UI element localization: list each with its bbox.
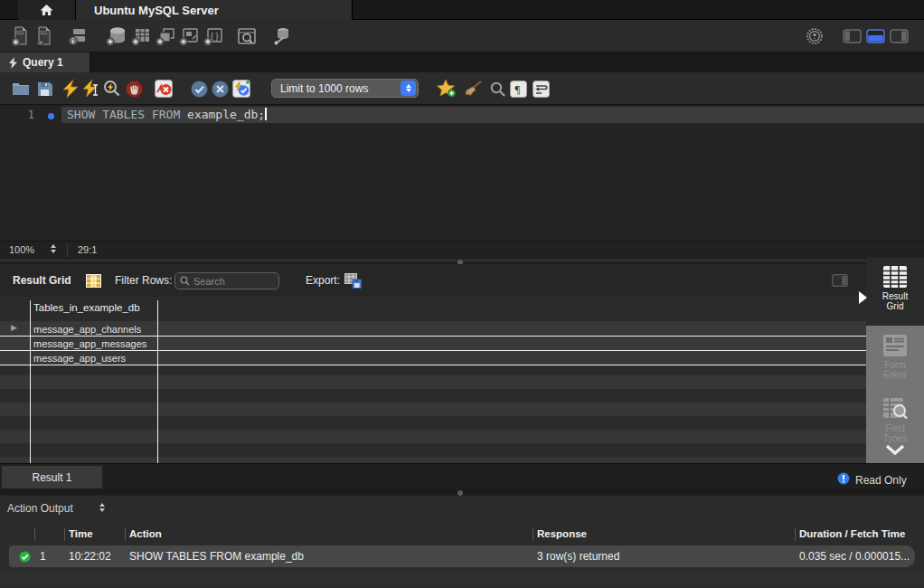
action-output-row[interactable]: 1 10:22:02 SHOW TABLES FROM example_db 3…: [9, 545, 915, 567]
grid-header-row[interactable]: Tables_in_example_db: [0, 297, 866, 321]
main-toolbar: SQL SQL i { }: [0, 20, 924, 52]
search-icon: [180, 276, 190, 286]
col-time: Time: [69, 528, 93, 539]
toggle-sidebar-icon[interactable]: [832, 264, 848, 297]
action-output-title: Action Output: [7, 502, 73, 515]
search-table-data-icon[interactable]: [235, 24, 259, 48]
editor-result-splitter[interactable]: [0, 258, 924, 263]
filter-search-input[interactable]: [193, 276, 271, 287]
col-action: Action: [129, 528, 162, 539]
success-check-icon: [19, 551, 31, 563]
row-duration: 0.035 sec / 0.000015...: [799, 550, 910, 563]
sidebar-collapse-chevron[interactable]: [866, 444, 924, 455]
query-tab-bar: Query 1: [0, 52, 924, 72]
tab-result-1[interactable]: Result 1: [2, 466, 102, 488]
tab-result-1-label: Result 1: [32, 471, 71, 484]
explain-icon[interactable]: [102, 79, 122, 99]
field-types-icon: [882, 397, 908, 421]
sidebar-item-label: Form Editor: [874, 360, 916, 380]
show-invisibles-icon[interactable]: ¶: [508, 79, 528, 99]
find-icon[interactable]: [487, 79, 507, 99]
grid-body: ▶ message_app_channels message_app_messa…: [0, 321, 866, 463]
execute-current-icon[interactable]: [81, 79, 101, 99]
toggle-right-panel-icon[interactable]: [887, 24, 910, 48]
grid-cell: message_app_users: [33, 353, 126, 364]
action-output-header-row: Time Action Response Duration / Fetch Ti…: [0, 526, 924, 544]
grid-row-1[interactable]: ▶ message_app_channels: [0, 322, 866, 337]
toggle-autocommit-icon[interactable]: [231, 79, 251, 99]
title-bar: Ubuntu MySQL Server: [0, 0, 924, 20]
server-inspector-icon[interactable]: i: [66, 24, 90, 48]
current-row-marker-icon: ▶: [11, 323, 17, 332]
grid-row-2[interactable]: message_app_messages: [0, 337, 866, 351]
toggle-left-panel-icon[interactable]: [840, 24, 863, 48]
filter-search-box[interactable]: [174, 272, 279, 289]
save-script-icon[interactable]: [34, 79, 54, 99]
grid-cell: message_app_channels: [33, 324, 141, 335]
sidebar-item-form-editor[interactable]: Form Editor: [866, 328, 924, 394]
row-index: 1: [40, 550, 46, 563]
badge-icon[interactable]: [803, 24, 826, 48]
execute-icon[interactable]: [61, 79, 80, 99]
sql-statement: SHOW TABLES FROM example_db;: [67, 108, 267, 121]
svg-text:{ }: { }: [211, 32, 219, 41]
info-icon: [837, 472, 850, 485]
result-grid-table: Tables_in_example_db ▶ message_app_chann…: [0, 297, 866, 463]
limit-rows-select[interactable]: Limit to 1000 rows: [271, 79, 419, 98]
sql-editor[interactable]: 1 SHOW TABLES FROM example_db;: [0, 105, 924, 241]
grid-column-divider: [157, 300, 158, 463]
sidebar-item-result-grid[interactable]: Result Grid: [866, 258, 924, 326]
connection-tab[interactable]: Ubuntu MySQL Server: [76, 0, 353, 20]
text-caret: [265, 108, 267, 120]
grid-row-3[interactable]: message_app_users: [0, 351, 866, 365]
home-tab[interactable]: [18, 0, 76, 20]
toggle-wrap-icon[interactable]: [531, 79, 551, 99]
create-schema-icon[interactable]: [105, 24, 128, 48]
result-sidebar: Result Grid Form Editor Field Types: [866, 258, 924, 463]
result-grid-colored-icon[interactable]: [86, 264, 101, 297]
grid-cell: message_app_messages: [33, 338, 146, 349]
create-procedure-icon[interactable]: [177, 24, 201, 48]
statement-marker-icon: [48, 113, 54, 119]
output-selector-stepper-icon[interactable]: [99, 503, 105, 512]
col-duration: Duration / Fetch Time: [799, 528, 905, 539]
zoom-stepper-icon[interactable]: [51, 244, 56, 253]
create-view-icon[interactable]: [154, 24, 177, 48]
save-snippet-icon[interactable]: [437, 79, 457, 99]
mysql-workbench-window: Ubuntu MySQL Server SQL SQL i { }: [0, 0, 924, 588]
stop-icon[interactable]: [124, 79, 144, 99]
rollback-icon[interactable]: [210, 79, 230, 99]
open-script-icon[interactable]: [11, 79, 31, 99]
toggle-stop-on-error-icon[interactable]: [154, 79, 174, 99]
row-response: 3 row(s) returned: [537, 550, 619, 563]
result-tab-bar: Result 1 Read Only: [0, 463, 924, 488]
grid-gutter-divider: [30, 300, 31, 463]
new-sql-file-icon[interactable]: SQL: [9, 24, 33, 48]
status-divider: [67, 243, 68, 257]
create-table-icon[interactable]: [129, 24, 153, 48]
home-icon: [40, 4, 53, 16]
result-output-splitter[interactable]: [0, 488, 924, 494]
connection-tab-label: Ubuntu MySQL Server: [94, 4, 219, 17]
zoom-level: 100%: [9, 244, 34, 255]
action-output-empty-row: [0, 570, 924, 585]
col-response: Response: [537, 528, 587, 539]
commit-icon[interactable]: [189, 79, 209, 99]
action-output-panel: Action Output Time Action Response Durat…: [0, 496, 924, 588]
row-time: 10:22:02: [69, 550, 111, 563]
tab-query-1[interactable]: Query 1: [0, 52, 90, 72]
export-icon[interactable]: [344, 264, 362, 297]
create-function-icon[interactable]: { }: [202, 24, 225, 48]
server-tools-icon[interactable]: [270, 24, 294, 48]
beautify-icon[interactable]: [463, 79, 483, 99]
svg-text:SQL: SQL: [16, 31, 25, 35]
sidebar-item-field-types[interactable]: Field Types: [866, 394, 924, 446]
sql-keywords: SHOW TABLES FROM: [67, 108, 187, 121]
open-sql-file-icon[interactable]: SQL: [33, 24, 56, 48]
grid-column-header: Tables_in_example_db: [33, 302, 140, 313]
toggle-bottom-panel-icon[interactable]: [863, 24, 887, 48]
limit-rows-value: Limit to 1000 rows: [272, 82, 401, 95]
tab-query-1-label: Query 1: [23, 56, 63, 69]
read-only-status: Read Only: [855, 474, 907, 487]
active-panel-pointer-icon: [859, 291, 867, 304]
